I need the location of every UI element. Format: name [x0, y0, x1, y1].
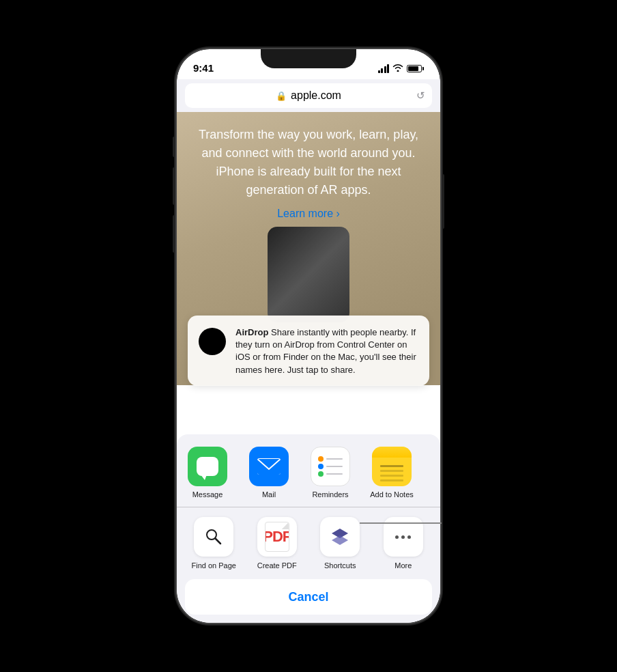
notes-app-icon[interactable]	[372, 447, 412, 486]
share-app-reminders[interactable]: Reminders	[300, 447, 361, 499]
message-label: Message	[192, 490, 223, 499]
airdrop-icon	[197, 326, 227, 356]
wifi-icon	[392, 64, 403, 74]
url-bar-wrap: 🔒 apple.com ↺	[177, 79, 440, 112]
svg-line-5	[216, 539, 221, 544]
shortcuts-label: Shortcuts	[324, 561, 356, 570]
shortcuts-icon[interactable]	[320, 517, 360, 557]
share-app-partial[interactable]	[422, 447, 440, 499]
lock-icon: 🔒	[276, 91, 287, 101]
svg-point-2	[199, 328, 226, 355]
find-on-page-icon[interactable]	[194, 517, 233, 557]
status-icons	[378, 64, 425, 74]
notch	[261, 49, 356, 68]
search-icon	[204, 527, 223, 546]
status-time: 9:41	[193, 62, 214, 74]
more-dots-icon	[395, 535, 411, 539]
url-domain[interactable]: apple.com	[291, 89, 341, 102]
signal-icon	[378, 64, 390, 73]
notes-content	[375, 458, 409, 486]
action-find-on-page[interactable]: Find on Page	[182, 517, 246, 570]
mail-envelope-icon	[257, 458, 281, 475]
cancel-button[interactable]: Cancel	[185, 579, 432, 615]
reminders-content	[314, 452, 347, 481]
share-app-message[interactable]: Message	[177, 447, 238, 499]
more-label: More	[394, 561, 412, 570]
action-row: Find on Page PDF Create PDF	[177, 507, 440, 579]
mail-app-icon[interactable]	[249, 447, 289, 486]
airdrop-title: AirDrop	[235, 327, 268, 337]
cancel-label: Cancel	[288, 590, 328, 604]
notes-label: Add to Notes	[370, 490, 414, 499]
share-sheet: Message Mail	[177, 434, 440, 623]
reminders-app-icon[interactable]	[311, 447, 350, 486]
find-on-page-label: Find on Page	[192, 561, 236, 570]
power-button	[442, 174, 444, 229]
create-pdf-label: Create PDF	[257, 561, 297, 570]
reminders-label: Reminders	[312, 490, 348, 499]
message-app-icon[interactable]	[188, 447, 227, 486]
action-shortcuts[interactable]: Shortcuts	[308, 517, 372, 570]
action-create-pdf[interactable]: PDF Create PDF	[246, 517, 309, 570]
create-pdf-icon[interactable]: PDF	[257, 517, 297, 557]
learn-more-link[interactable]: Learn more ›	[190, 208, 427, 220]
reload-icon[interactable]: ↺	[416, 89, 425, 102]
web-phone-image	[268, 227, 349, 322]
web-headline: Transform the way you work, learn, play,…	[190, 126, 427, 199]
airdrop-description: AirDrop Share instantly with people near…	[235, 326, 420, 376]
share-app-mail[interactable]: Mail	[238, 447, 300, 499]
message-bubble-icon	[197, 457, 218, 476]
pdf-doc-icon: PDF	[265, 522, 289, 552]
shortcuts-layers-icon	[329, 526, 351, 548]
airdrop-info-box: AirDrop Share instantly with people near…	[188, 316, 429, 386]
url-bar[interactable]: 🔒 apple.com ↺	[185, 83, 432, 108]
share-app-notes[interactable]: Add to Notes	[361, 447, 422, 499]
svg-marker-7	[332, 535, 348, 545]
share-apps-row: Message Mail	[177, 434, 440, 507]
action-more[interactable]: More	[372, 517, 435, 570]
battery-icon	[407, 65, 424, 72]
mail-label: Mail	[262, 490, 276, 499]
callout-line	[360, 522, 442, 524]
